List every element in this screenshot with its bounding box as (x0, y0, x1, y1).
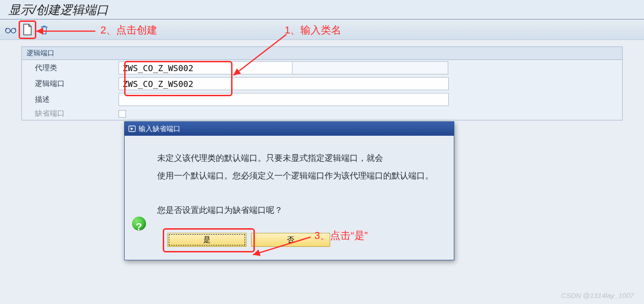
dialog-title: 输入缺省端口 (139, 125, 180, 133)
trash-icon[interactable] (37, 23, 51, 36)
logical-port-panel: 逻辑端口 代理类 逻辑端口 描述 缺省端口 (21, 46, 623, 120)
proxy-class-input[interactable] (119, 61, 292, 74)
logical-port-label: 逻辑端口 (35, 79, 119, 89)
dialog-title-icon (128, 125, 136, 132)
page-title: 显示/创建逻辑端口 (0, 0, 644, 20)
description-label: 描述 (35, 95, 119, 105)
create-button-highlight (19, 20, 36, 39)
dialog-line1: 未定义该代理类的默认端口。只要未显式指定逻辑端口，就会 (157, 150, 445, 167)
no-button[interactable]: 否 (251, 233, 330, 247)
dialog-button-row: 是 否 (167, 233, 445, 247)
dialog-line2: 使用一个默认端口。您必须定义一个逻辑端口作为该代理端口的默认端口。 (157, 167, 445, 185)
row-description: 描述 (22, 92, 622, 107)
default-port-label: 缺省端口 (35, 109, 119, 119)
dialog-question: 您是否设置此端口为缺省端口呢？ (157, 202, 445, 219)
row-proxy-class: 代理类 (22, 60, 622, 76)
row-logical-port: 逻辑端口 (22, 76, 622, 92)
yes-button[interactable]: 是 (167, 233, 246, 247)
description-input[interactable] (119, 93, 449, 106)
proxy-class-label: 代理类 (35, 63, 119, 73)
default-port-dialog: 输入缺省端口 未定义该代理类的默认端口。只要未显式指定逻辑端口，就会 使用一个默… (124, 121, 454, 260)
proxy-class-input-2[interactable] (292, 61, 448, 74)
toolbar (0, 20, 644, 40)
panel-title: 逻辑端口 (22, 47, 622, 60)
dialog-body: 未定义该代理类的默认端口。只要未显式指定逻辑端口，就会 使用一个默认端口。您必须… (125, 136, 454, 260)
watermark: CSDN @1314lay_1007 (561, 291, 634, 299)
create-button[interactable] (20, 23, 34, 36)
logical-port-input[interactable] (119, 77, 449, 90)
question-icon (132, 217, 146, 231)
glasses-icon[interactable] (4, 23, 18, 36)
default-port-checkbox[interactable] (119, 110, 126, 118)
row-default-port: 缺省端口 (22, 107, 622, 120)
dialog-titlebar[interactable]: 输入缺省端口 (125, 122, 454, 136)
